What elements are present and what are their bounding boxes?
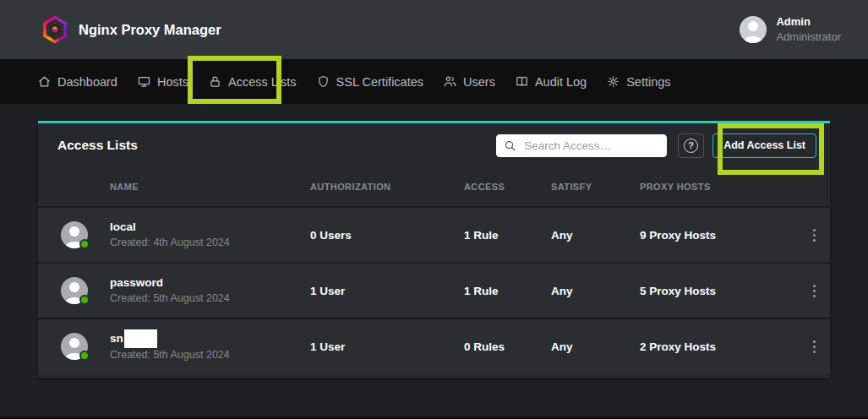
search-input[interactable] xyxy=(524,139,659,152)
nav-label: Dashboard xyxy=(57,75,117,89)
app-header: Nginx Proxy Manager Admin Administrator xyxy=(0,0,868,59)
access-cell: 1 Rule xyxy=(464,285,551,297)
proxy-hosts-cell: 5 Proxy Hosts xyxy=(640,285,798,297)
nav-label: Users xyxy=(463,75,495,89)
access-cell: 1 Rule xyxy=(464,229,551,242)
page-content: Access Lists ? Add Access List NAME AUTH… xyxy=(0,104,868,395)
nav-item-ssl-certificates[interactable]: SSL Certificates xyxy=(316,74,423,89)
add-access-list-button[interactable]: Add Access List xyxy=(712,133,816,158)
column-header-name: NAME xyxy=(110,182,310,192)
user-avatar xyxy=(740,16,767,43)
nav-item-hosts[interactable]: Hosts xyxy=(137,74,188,89)
proxy-hosts-cell: 9 Proxy Hosts xyxy=(640,229,798,242)
search-icon xyxy=(504,139,516,152)
row-menu-kebab-icon[interactable] xyxy=(808,337,821,356)
row-avatar-cell xyxy=(38,333,110,360)
name-cell: local Created: 4th August 2024 xyxy=(110,219,310,251)
users-icon xyxy=(443,74,457,89)
row-avatar-cell xyxy=(38,221,110,248)
status-dot xyxy=(79,239,90,249)
name-cell: password Created: 5th August 2024 xyxy=(110,275,310,307)
proxy-hosts-cell: 2 Proxy Hosts xyxy=(640,340,798,353)
gear-icon xyxy=(606,74,620,89)
access-list-avatar xyxy=(61,277,88,304)
lock-icon xyxy=(208,74,222,89)
nav-item-settings[interactable]: Settings xyxy=(606,74,670,89)
status-dot xyxy=(79,295,90,305)
npm-logo-icon xyxy=(42,16,68,44)
monitor-icon xyxy=(137,74,151,89)
nav-label: Settings xyxy=(626,75,670,89)
app-title: Nginx Proxy Manager xyxy=(79,22,221,38)
table-header-row: NAME AUTHORIZATION ACCESS SATISFY PROXY … xyxy=(38,167,830,206)
help-button[interactable]: ? xyxy=(678,133,704,158)
row-menu-kebab-icon[interactable] xyxy=(808,226,821,245)
nav-label: Audit Log xyxy=(535,75,587,89)
user-info: Admin Administrator xyxy=(776,14,841,44)
panel-title: Access Lists xyxy=(57,138,138,153)
access-list-avatar xyxy=(61,221,88,248)
nav-item-access-lists[interactable]: Access Lists xyxy=(208,74,297,89)
created-date: Created: 5th August 2024 xyxy=(110,291,310,307)
column-header-proxy-hosts: PROXY HOSTS xyxy=(640,182,798,192)
question-mark-icon: ? xyxy=(684,139,698,153)
authorization-cell: 1 User xyxy=(310,340,464,353)
access-list-name: password xyxy=(110,275,163,291)
shield-icon xyxy=(316,74,330,89)
book-icon xyxy=(515,74,529,89)
nav-label: SSL Certificates xyxy=(336,75,423,89)
access-list-name: local xyxy=(110,219,136,236)
authorization-cell: 1 User xyxy=(310,285,464,297)
name-cell: sn Created: 5th August 2024 xyxy=(110,329,310,363)
search-box xyxy=(496,134,667,157)
column-header-satisfy: SATISFY xyxy=(551,182,640,192)
satisfy-cell: Any xyxy=(551,229,640,242)
authorization-cell: 0 Users xyxy=(310,229,464,242)
column-header-authorization: AUTHORIZATION xyxy=(310,182,464,192)
nav-item-users[interactable]: Users xyxy=(443,74,495,89)
access-list-name: sn xyxy=(110,330,123,347)
satisfy-cell: Any xyxy=(551,340,640,353)
row-avatar-cell xyxy=(38,277,110,304)
nav-item-audit-log[interactable]: Audit Log xyxy=(515,74,587,89)
access-list-avatar xyxy=(61,333,88,360)
nav-label: Hosts xyxy=(157,75,188,89)
user-menu[interactable]: Admin Administrator xyxy=(740,14,841,44)
redaction-box xyxy=(124,329,157,348)
column-header-access: ACCESS xyxy=(464,182,551,192)
table-row[interactable]: sn Created: 5th August 2024 1 User 0 Rul… xyxy=(38,318,830,373)
created-date: Created: 4th August 2024 xyxy=(110,236,310,251)
table-row[interactable]: password Created: 5th August 2024 1 User… xyxy=(38,262,830,318)
main-nav: Dashboard Hosts Access Lists SSL Certifi… xyxy=(0,59,868,104)
home-icon xyxy=(37,74,52,89)
created-date: Created: 5th August 2024 xyxy=(110,348,310,363)
access-lists-panel: Access Lists ? Add Access List NAME AUTH… xyxy=(38,121,830,378)
table-row[interactable]: local Created: 4th August 2024 0 Users 1… xyxy=(38,206,830,262)
nav-label: Access Lists xyxy=(228,75,297,89)
status-dot xyxy=(79,351,90,361)
panel-header: Access Lists ? Add Access List xyxy=(38,123,830,167)
nav-item-dashboard[interactable]: Dashboard xyxy=(37,74,117,89)
user-name: Admin xyxy=(776,14,841,30)
access-cell: 0 Rules xyxy=(464,340,551,353)
row-menu-kebab-icon[interactable] xyxy=(808,281,821,301)
satisfy-cell: Any xyxy=(551,285,640,297)
user-role: Administrator xyxy=(776,30,841,45)
